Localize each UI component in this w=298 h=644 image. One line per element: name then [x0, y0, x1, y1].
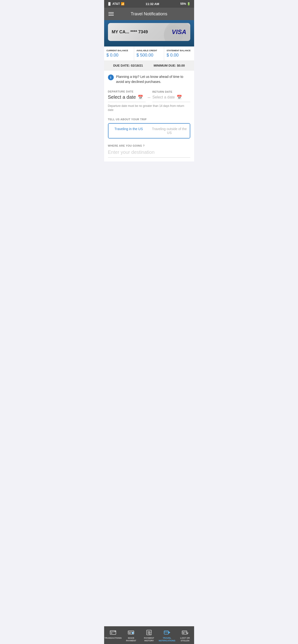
- header: Travel Notifications: [104, 8, 194, 20]
- info-icon: i: [108, 74, 114, 80]
- status-time: 11:32 AM: [146, 2, 159, 6]
- available-credit-item: AVAILABLE CREDIT $ 500.00: [134, 46, 164, 60]
- departure-date-field[interactable]: DEPARTURE DATE Select a date 📅: [108, 90, 146, 102]
- card-name: MY CA...: [112, 30, 129, 34]
- card-banner: MY CA... **** 7349 VISA: [104, 20, 194, 46]
- date-separator: --: [147, 95, 151, 102]
- main-content: i Planning a trip? Let us know ahead of …: [104, 70, 194, 162]
- status-right: 55% 🔋: [180, 2, 191, 6]
- status-left: ▐▌ AT&T 📶: [107, 2, 124, 6]
- status-bar: ▐▌ AT&T 📶 11:32 AM 55% 🔋: [104, 0, 194, 8]
- current-balance-value: $ 0.00: [106, 53, 131, 58]
- card-name-number: MY CA... **** 7349: [112, 30, 148, 34]
- current-balance-label: CURRENT BALANCE: [106, 49, 131, 52]
- destination-section-label: WHERE ARE YOU GOING ?: [108, 144, 190, 147]
- carrier-name: AT&T: [112, 2, 120, 6]
- date-hint-text: Departure date must be no greater than 1…: [108, 104, 190, 112]
- statement-balance-item: STATEMENT BALANCE $ 0.00: [164, 46, 194, 60]
- battery-icon: 🔋: [187, 2, 191, 6]
- battery-percent: 55%: [180, 2, 186, 6]
- due-date-item: DUE DATE: 02/18/21: [113, 64, 143, 67]
- visa-logo: VISA: [172, 28, 186, 36]
- card-widget: MY CA... **** 7349 VISA: [108, 23, 190, 41]
- trip-outside-us-option[interactable]: Traveling outside of the US: [149, 124, 190, 138]
- available-credit-value: $ 500.00: [136, 53, 162, 58]
- destination-input[interactable]: Enter your destination: [108, 150, 190, 158]
- return-date-input-row[interactable]: Select a date 📅: [152, 95, 190, 102]
- return-date-value: Select a date: [152, 95, 175, 100]
- departure-date-input-row[interactable]: Select a date 📅: [108, 94, 146, 102]
- return-calendar-icon[interactable]: 📅: [177, 95, 182, 100]
- due-date-value: 02/18/21: [131, 64, 143, 67]
- due-date-label: DUE DATE:: [113, 64, 130, 67]
- departure-calendar-icon[interactable]: 📅: [138, 95, 143, 100]
- page-title: Travel Notifications: [117, 12, 181, 16]
- minimum-due-value: $0.00: [177, 64, 185, 67]
- minimum-due-label: MINIMUM DUE:: [154, 64, 176, 67]
- available-credit-label: AVAILABLE CREDIT: [136, 49, 162, 52]
- due-date-row: DUE DATE: 02/18/21 MINIMUM DUE: $0.00: [104, 61, 194, 70]
- departure-date-value: Select a date: [108, 94, 136, 100]
- trip-type-section-label: TELL US ABOUT YOUR TRIP: [108, 118, 190, 121]
- date-selection-row: DEPARTURE DATE Select a date 📅 -- RETURN…: [108, 90, 190, 102]
- return-date-label: RETURN DATE: [152, 90, 190, 93]
- statement-balance-label: STATEMENT BALANCE: [167, 49, 192, 52]
- wifi-icon: 📶: [121, 2, 124, 6]
- info-banner: i Planning a trip? Let us know ahead of …: [108, 74, 190, 84]
- minimum-due-item: MINIMUM DUE: $0.00: [154, 64, 185, 67]
- return-date-field[interactable]: RETURN DATE Select a date 📅: [152, 90, 190, 102]
- balance-row: CURRENT BALANCE $ 0.00 AVAILABLE CREDIT …: [104, 46, 194, 61]
- current-balance-item: CURRENT BALANCE $ 0.00: [104, 46, 134, 60]
- card-last4: **** 7349: [130, 30, 148, 34]
- departure-date-label: DEPARTURE DATE: [108, 90, 146, 93]
- menu-button[interactable]: [108, 12, 114, 16]
- info-text: Planning a trip? Let us know ahead of ti…: [116, 74, 190, 84]
- statement-balance-value: $ 0.00: [167, 53, 192, 58]
- signal-icon: ▐▌: [107, 2, 112, 6]
- trip-us-option[interactable]: Traveling in the US: [108, 124, 149, 138]
- trip-type-toggle: Traveling in the US Traveling outside of…: [108, 123, 190, 138]
